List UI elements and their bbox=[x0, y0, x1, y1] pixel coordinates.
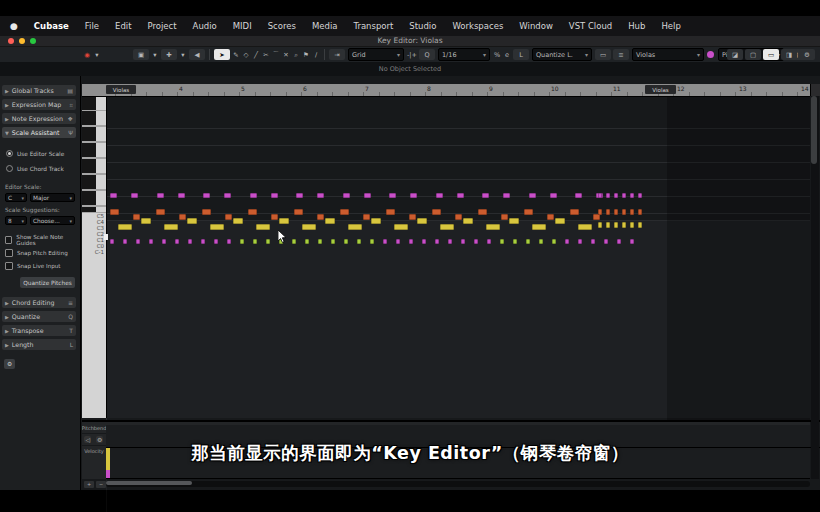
ruler-bar-number: 11 bbox=[613, 85, 621, 92]
draw-tool-icon[interactable]: ✎ bbox=[232, 49, 240, 60]
record-caret-icon[interactable]: ▾ bbox=[93, 49, 101, 60]
trim-tool-icon[interactable]: ╱ bbox=[252, 49, 260, 60]
ruler-tick bbox=[224, 92, 225, 96]
radio-use-chord-track[interactable]: Use Chord Track bbox=[6, 164, 76, 173]
step-input-icon[interactable]: -|+ bbox=[407, 49, 417, 60]
menu-item-studio[interactable]: Studio bbox=[401, 21, 444, 31]
ruler-tick bbox=[177, 92, 178, 96]
open-in-lower-zone-icon[interactable]: ◪ bbox=[727, 49, 743, 60]
panel-length[interactable]: ▶LengthL bbox=[2, 339, 76, 350]
macos-menu-bar: ● CubaseFileEditProjectAudioMIDIScoresMe… bbox=[0, 16, 820, 36]
suggestion-count-select[interactable]: 8▾ bbox=[5, 216, 27, 225]
timeline-ruler[interactable]: 4567891011121314ViolasViolas bbox=[82, 84, 810, 97]
vertical-scrollbar[interactable] bbox=[811, 96, 819, 479]
panel-quantize[interactable]: ▶QuantizeQ bbox=[2, 311, 76, 322]
length-quantize-select[interactable]: Quantize L.▾ bbox=[532, 48, 592, 61]
snap-toggle[interactable]: ⇥ bbox=[329, 49, 345, 60]
panel-expression-map[interactable]: ▶Expression Map⌗ bbox=[2, 99, 76, 110]
horizontal-scrollbar-thumb[interactable] bbox=[106, 481, 192, 485]
erase-tool-icon[interactable]: ◇ bbox=[242, 49, 250, 60]
ruler-tick bbox=[689, 92, 690, 96]
ruler-tick bbox=[425, 92, 426, 96]
inspector: ▶Global Tracks▤▶Expression Map⌗▶Note Exp… bbox=[0, 76, 81, 490]
horizontal-scrollbar[interactable] bbox=[106, 481, 810, 487]
apple-menu-icon[interactable]: ● bbox=[10, 21, 18, 31]
radio-use-editor-scale[interactable]: Use Editor Scale bbox=[6, 149, 76, 158]
menu-item-hub[interactable]: Hub bbox=[620, 21, 653, 31]
window-layout-icon[interactable]: ▭ bbox=[763, 49, 779, 60]
editor-scale-type-select[interactable]: Major▾ bbox=[30, 193, 75, 202]
record-in-editor-button[interactable]: ◉ bbox=[83, 49, 91, 60]
inspector-setup-gear-icon[interactable]: ⚙ bbox=[4, 359, 15, 369]
timewarp-tool-icon[interactable]: ⚑ bbox=[302, 49, 310, 60]
snapshot-button[interactable]: ▣ bbox=[133, 49, 149, 60]
window-title: Key Editor: Violas bbox=[0, 36, 820, 46]
panel-chord-editing[interactable]: ▶Chord Editing≡ bbox=[2, 297, 76, 308]
acoustic-feedback-button[interactable]: ◀ bbox=[189, 49, 205, 60]
checkbox-snap-live-input[interactable]: Snap Live Input bbox=[5, 261, 77, 270]
ruler-tick bbox=[332, 92, 333, 96]
menu-item-audio[interactable]: Audio bbox=[185, 21, 225, 31]
menu-item-help[interactable]: Help bbox=[653, 21, 688, 31]
quantize-pitches-button[interactable]: Quantize Pitches bbox=[20, 277, 75, 288]
panel-global-tracks[interactable]: ▶Global Tracks▤ bbox=[2, 85, 76, 96]
part-marker[interactable]: Violas bbox=[106, 85, 136, 94]
vertical-scrollbar-thumb[interactable] bbox=[811, 96, 817, 164]
menu-item-edit[interactable]: Edit bbox=[107, 21, 139, 31]
menu-item-window[interactable]: Window bbox=[511, 21, 561, 31]
menu-item-midi[interactable]: MIDI bbox=[225, 21, 260, 31]
toolbar-right-cluster: ◪▢▭◨⚙ bbox=[726, 47, 816, 62]
part-marker[interactable]: Violas bbox=[645, 85, 676, 94]
event-color-icon[interactable] bbox=[707, 49, 715, 60]
length-quantize-icon[interactable]: L bbox=[513, 49, 529, 60]
ruler-tick bbox=[735, 92, 736, 96]
zoom-tool-icon[interactable]: ⌕ bbox=[292, 49, 300, 60]
pitchbend-lane-header[interactable]: Pitchbend bbox=[82, 422, 106, 433]
menu-item-media[interactable]: Media bbox=[304, 21, 346, 31]
keyboard-scroll-button[interactable]: − bbox=[96, 481, 106, 488]
object-selection-tool[interactable]: ➤ bbox=[214, 49, 230, 60]
key-editor-toolbar: ◉▾▣▾✚▾◀➤✎◇╱✂⌒✕⌕⚑∕⇥Grid▾-|+Q1/16▾%eLQuant… bbox=[0, 47, 820, 62]
menu-item-transport[interactable]: Transport bbox=[345, 21, 401, 31]
keyboard-scroll-button[interactable]: + bbox=[84, 481, 94, 488]
quantize-icon[interactable]: Q bbox=[419, 49, 435, 60]
autoscroll-button[interactable]: ✚ bbox=[161, 49, 177, 60]
menu-item-scores[interactable]: Scores bbox=[260, 21, 304, 31]
show-part-borders-icon[interactable]: ▭ bbox=[595, 49, 611, 60]
mute-tool-icon[interactable]: ✕ bbox=[282, 49, 290, 60]
ruler-bar-number: 6 bbox=[303, 85, 307, 92]
grid-type-select[interactable]: Grid▾ bbox=[348, 48, 404, 61]
lane-baseline bbox=[106, 478, 810, 479]
split-tool-icon[interactable]: ✂ bbox=[262, 49, 270, 60]
panel-scale-assistant[interactable]: ▼Scale AssistantΨ bbox=[2, 127, 76, 138]
ruler-tick bbox=[348, 92, 349, 96]
panel-transpose[interactable]: ▶TransposeT bbox=[2, 325, 76, 336]
part-select[interactable]: Violas▾ bbox=[632, 48, 704, 61]
menu-item-project[interactable]: Project bbox=[140, 21, 185, 31]
part-list-icon[interactable]: ≡ bbox=[613, 49, 629, 60]
menu-item-vst-cloud[interactable]: VST Cloud bbox=[561, 21, 620, 31]
suggestion-choose-select[interactable]: Choose...▾ bbox=[30, 216, 75, 225]
checkbox-snap-pitch-editing[interactable]: Snap Pitch Editing bbox=[5, 248, 77, 257]
quantize-panel-icon[interactable]: e bbox=[503, 49, 511, 60]
panel-note-expression[interactable]: ▶Note Expression❖ bbox=[2, 113, 76, 124]
line-tool-icon[interactable]: ∕ bbox=[312, 49, 320, 60]
autoscroll-caret-icon[interactable]: ▾ bbox=[179, 49, 187, 60]
ruler-tick bbox=[534, 92, 535, 96]
setup-gear-icon[interactable]: ⚙ bbox=[799, 49, 815, 60]
glue-tool-icon[interactable]: ⌒ bbox=[272, 49, 280, 60]
editor-scale-root-select[interactable]: C▾ bbox=[5, 193, 27, 202]
ruler-tick bbox=[487, 92, 488, 96]
checkbox-show-scale-note-guides[interactable]: Show Scale Note Guides bbox=[5, 235, 77, 244]
swing-icon[interactable]: % bbox=[493, 49, 501, 60]
piano-keyboard[interactable]: C5C4C3C2C1C0C-1 bbox=[82, 96, 107, 418]
menu-item-file[interactable]: File bbox=[77, 21, 107, 31]
right-zone-icon[interactable]: ◨ bbox=[781, 49, 797, 60]
menu-item-cubase[interactable]: Cubase bbox=[26, 21, 77, 31]
window-layout-left-icon[interactable]: ▢ bbox=[745, 49, 761, 60]
quantize-preset-select[interactable]: 1/16▾ bbox=[438, 48, 490, 61]
ruler-bar-number: 9 bbox=[489, 85, 493, 92]
snapshot-caret-icon[interactable]: ▾ bbox=[151, 49, 159, 60]
ruler-tick bbox=[317, 92, 318, 96]
menu-item-workspaces[interactable]: Workspaces bbox=[444, 21, 511, 31]
